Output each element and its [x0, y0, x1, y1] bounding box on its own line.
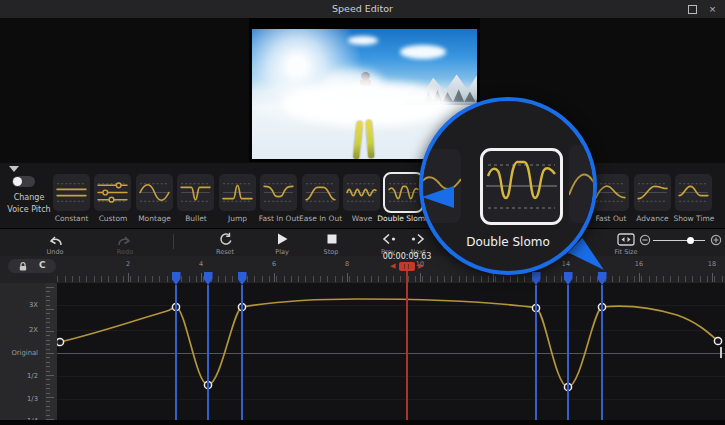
speed-axis-label: 1/2: [27, 372, 38, 380]
preset-card-custom[interactable]: [94, 174, 131, 211]
preset-card-fast-in-out[interactable]: [260, 174, 297, 211]
preset-card-advance[interactable]: [634, 174, 671, 211]
ruler-tick: [459, 276, 460, 282]
ruler-tick: [561, 276, 562, 282]
ruler-tick: [451, 276, 452, 282]
ruler-tick: [481, 276, 482, 282]
keyframe-line: [535, 285, 537, 420]
ruler-tick-major: [347, 273, 348, 282]
close-icon[interactable]: ×: [708, 5, 717, 14]
ruler-tick: [722, 276, 723, 282]
snap-icon[interactable]: C: [39, 260, 46, 270]
preset-card-wave[interactable]: [343, 174, 380, 211]
ruler-tick: [276, 276, 277, 282]
axis-tick: [46, 393, 50, 394]
preset-label: Show Time: [666, 214, 722, 223]
ruler-tick-major: [420, 273, 421, 282]
ruler-tick: [72, 276, 73, 282]
zoom-out-icon[interactable]: [639, 234, 651, 246]
axis-tick: [46, 340, 50, 341]
next-frame-button[interactable]: [410, 233, 426, 245]
ruler-tick: [291, 276, 292, 282]
ruler-tick: [218, 276, 219, 282]
bottom-scrollbar[interactable]: [0, 420, 725, 425]
play-button[interactable]: [275, 232, 289, 246]
ruler-tick: [57, 276, 58, 282]
lock-icon[interactable]: [17, 261, 29, 272]
ruler-tick: [700, 276, 701, 282]
preset-card-fast-out[interactable]: [592, 174, 629, 211]
playhead-arrow-left[interactable]: ◀: [390, 262, 395, 271]
ruler-number: 18: [708, 260, 716, 268]
ruler-tick: [101, 276, 102, 282]
ruler-tick: [466, 276, 467, 282]
ruler-tick: [670, 276, 671, 282]
preset-card-double-slomo[interactable]: [385, 174, 422, 211]
keyframe-line: [601, 285, 603, 420]
zoom-in-icon[interactable]: [710, 234, 722, 246]
timeline-ruler[interactable]: C 24681012141618: [0, 256, 725, 283]
scroll-nub[interactable]: [720, 347, 722, 358]
ruler-tick-major: [639, 273, 640, 282]
ruler-tick: [641, 276, 642, 282]
curve-keyframe-point[interactable]: [714, 337, 721, 344]
speed-axis-label: Original: [11, 349, 38, 357]
ruler-tick: [378, 276, 379, 282]
ruler-tick: [159, 276, 160, 282]
ruler-tick-major: [274, 273, 275, 282]
undo-icon[interactable]: [47, 233, 63, 247]
preset-card-montage[interactable]: [136, 174, 173, 211]
cloud: [400, 45, 446, 59]
playhead-arrow-right[interactable]: ▶: [418, 262, 423, 271]
curve-keyframe-point[interactable]: [57, 338, 64, 345]
play-label: Play: [257, 248, 307, 256]
ruler-tick: [364, 276, 365, 282]
ruler-tick: [619, 276, 620, 282]
axis-tick: [46, 366, 50, 367]
ruler-tick: [546, 276, 547, 282]
ruler-tick: [583, 276, 584, 282]
ruler-tick: [437, 276, 438, 282]
ruler-tick: [152, 276, 153, 282]
ruler-tick: [714, 276, 715, 282]
ruler-tick: [305, 276, 306, 282]
ruler-tick-major: [493, 273, 494, 282]
preset-card-jump[interactable]: [219, 174, 256, 211]
axis-tick: [46, 401, 50, 402]
timecode: 00:00:09.63: [383, 252, 432, 261]
axis-tick: [46, 327, 50, 328]
ruler-tick: [422, 276, 423, 282]
stop-button[interactable]: [326, 233, 338, 245]
ruler-tick: [357, 276, 358, 282]
presets-row: ConstantCustomMontageBulletJumpFast In O…: [0, 163, 725, 228]
ruler-tick: [130, 276, 131, 282]
speed-editor-window: Speed Editor × Change Voice Pi: [0, 0, 725, 425]
neighbor-card-fragment: [419, 149, 461, 223]
ruler-number: 2: [126, 260, 130, 268]
keyframe-line: [175, 285, 177, 420]
reset-icon[interactable]: [218, 232, 233, 247]
axis-tick: [46, 305, 50, 306]
speed-curve-graph[interactable]: [57, 283, 725, 420]
stop-label: Stop: [306, 248, 356, 256]
ruler-tick: [123, 276, 124, 282]
ruler-tick: [576, 276, 577, 282]
ruler-tick: [320, 276, 321, 282]
redo-icon[interactable]: [117, 233, 133, 247]
ruler-tick-major: [712, 273, 713, 282]
ruler-tick: [707, 276, 708, 282]
preset-card-constant[interactable]: [53, 174, 90, 211]
preset-card-bullet[interactable]: [177, 174, 214, 211]
prev-frame-button[interactable]: [381, 233, 397, 245]
fit-size-icon[interactable]: [617, 233, 635, 246]
title-bar: Speed Editor ×: [0, 0, 725, 19]
lock-snap-pill: C: [8, 259, 56, 273]
maximize-icon[interactable]: [688, 5, 697, 14]
ruler-tick: [649, 276, 650, 282]
zoom-slider-track[interactable]: [653, 240, 705, 242]
zoom-slider-knob[interactable]: [687, 237, 694, 244]
preset-card-show-time[interactable]: [675, 174, 712, 211]
playhead-handle[interactable]: [399, 262, 415, 271]
axis-tick: [46, 318, 50, 319]
preset-card-ease-in-out[interactable]: [302, 174, 339, 211]
